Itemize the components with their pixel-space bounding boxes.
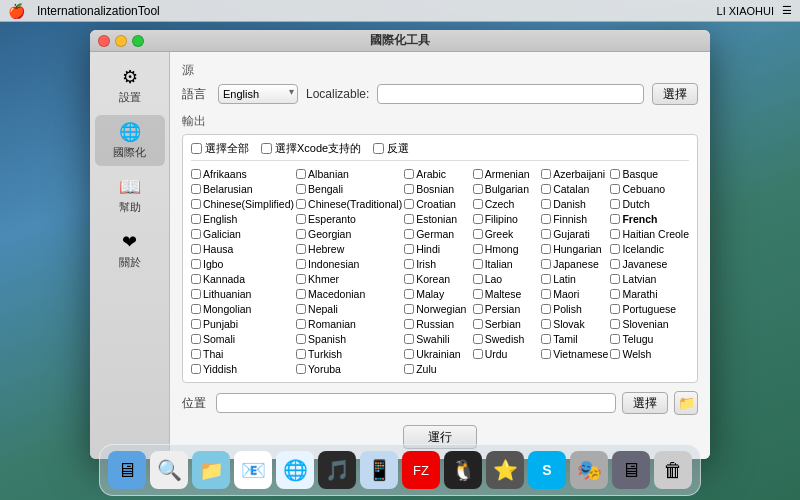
dock-icon-app2[interactable]: 🐧 [444, 451, 482, 489]
lang-item[interactable]: Spanish [296, 332, 402, 346]
dock-icon-mail[interactable]: 📧 [234, 451, 272, 489]
lang-item[interactable]: Russian [404, 317, 470, 331]
lang-checkbox[interactable] [541, 199, 551, 209]
lang-checkbox[interactable] [191, 214, 201, 224]
lang-item[interactable]: Telugu [610, 332, 689, 346]
lang-item[interactable]: Basque [610, 167, 689, 181]
lang-checkbox[interactable] [191, 199, 201, 209]
select-all-checkbox[interactable] [191, 143, 202, 154]
lang-checkbox[interactable] [296, 214, 306, 224]
lang-item[interactable]: Georgian [296, 227, 402, 241]
lang-item[interactable]: Bengali [296, 182, 402, 196]
dock-icon-app4[interactable]: 🎭 [570, 451, 608, 489]
dock-icon-filezilla[interactable]: FZ [402, 451, 440, 489]
lang-item[interactable]: Kannada [191, 272, 294, 286]
lang-checkbox[interactable] [610, 229, 620, 239]
lang-item[interactable]: Zulu [404, 362, 470, 376]
lang-item[interactable]: Latvian [610, 272, 689, 286]
lang-checkbox[interactable] [473, 349, 483, 359]
lang-checkbox[interactable] [473, 214, 483, 224]
lang-item[interactable]: Ukrainian [404, 347, 470, 361]
lang-item[interactable]: Czech [473, 197, 540, 211]
lang-checkbox[interactable] [296, 169, 306, 179]
lang-checkbox[interactable] [191, 364, 201, 374]
xcode-label[interactable]: 選擇Xcode支持的 [261, 141, 361, 156]
lang-checkbox[interactable] [191, 334, 201, 344]
lang-item[interactable]: Serbian [473, 317, 540, 331]
lang-item[interactable]: Latin [541, 272, 608, 286]
lang-checkbox[interactable] [610, 304, 620, 314]
lang-checkbox[interactable] [473, 274, 483, 284]
lang-item[interactable]: Croatian [404, 197, 470, 211]
lang-item[interactable]: Somali [191, 332, 294, 346]
lang-item[interactable]: Yiddish [191, 362, 294, 376]
lang-checkbox[interactable] [541, 334, 551, 344]
lang-checkbox[interactable] [191, 229, 201, 239]
lang-item[interactable]: Icelandic [610, 242, 689, 256]
lang-checkbox[interactable] [404, 184, 414, 194]
lang-checkbox[interactable] [404, 349, 414, 359]
lang-item[interactable]: Persian [473, 302, 540, 316]
position-choose-button[interactable]: 選擇 [622, 392, 668, 414]
lang-checkbox[interactable] [541, 304, 551, 314]
lang-checkbox[interactable] [473, 319, 483, 329]
lang-checkbox[interactable] [191, 244, 201, 254]
lang-checkbox[interactable] [473, 229, 483, 239]
lang-checkbox[interactable] [404, 274, 414, 284]
app-name[interactable]: InternationalizationTool [37, 4, 160, 18]
lang-checkbox[interactable] [610, 274, 620, 284]
lang-checkbox[interactable] [404, 259, 414, 269]
lang-item[interactable]: Hindi [404, 242, 470, 256]
lang-item[interactable]: Slovenian [610, 317, 689, 331]
lang-checkbox[interactable] [404, 229, 414, 239]
lang-item[interactable]: Italian [473, 257, 540, 271]
lang-checkbox[interactable] [541, 229, 551, 239]
lang-item[interactable]: Hebrew [296, 242, 402, 256]
lang-checkbox[interactable] [404, 304, 414, 314]
lang-checkbox[interactable] [404, 199, 414, 209]
lang-item[interactable]: Greek [473, 227, 540, 241]
lang-checkbox[interactable] [473, 184, 483, 194]
lang-checkbox[interactable] [541, 319, 551, 329]
sidebar-item-internationalization[interactable]: 🌐 國際化 [95, 115, 165, 166]
xcode-checkbox[interactable] [261, 143, 272, 154]
localizable-input[interactable] [377, 84, 644, 104]
lang-checkbox[interactable] [404, 214, 414, 224]
lang-item[interactable]: Japanese [541, 257, 608, 271]
lang-item[interactable]: Slovak [541, 317, 608, 331]
lang-item[interactable]: Vietnamese [541, 347, 608, 361]
dock-icon-finder[interactable]: 🖥 [108, 451, 146, 489]
lang-item[interactable]: Lao [473, 272, 540, 286]
lang-item[interactable]: Lithuanian [191, 287, 294, 301]
lang-item[interactable]: Indonesian [296, 257, 402, 271]
lang-item[interactable]: Punjabi [191, 317, 294, 331]
dock-icon-files[interactable]: 📁 [192, 451, 230, 489]
lang-item[interactable]: Estonian [404, 212, 470, 226]
lang-item[interactable]: Irish [404, 257, 470, 271]
sidebar-item-about[interactable]: ❤ 關於 [95, 225, 165, 276]
lang-item[interactable]: Portuguese [610, 302, 689, 316]
lang-item[interactable]: Haitian Creole [610, 227, 689, 241]
lang-checkbox[interactable] [296, 184, 306, 194]
lang-item[interactable]: Dutch [610, 197, 689, 211]
lang-item[interactable]: Polish [541, 302, 608, 316]
lang-checkbox[interactable] [296, 244, 306, 254]
lang-checkbox[interactable] [191, 319, 201, 329]
lang-checkbox[interactable] [610, 319, 620, 329]
lang-checkbox[interactable] [296, 364, 306, 374]
lang-checkbox[interactable] [191, 274, 201, 284]
lang-item[interactable]: Welsh [610, 347, 689, 361]
lang-checkbox[interactable] [191, 169, 201, 179]
lang-item[interactable]: Catalan [541, 182, 608, 196]
apple-logo-icon[interactable]: 🍎 [8, 3, 25, 19]
lang-item[interactable]: Swahili [404, 332, 470, 346]
lang-checkbox[interactable] [191, 289, 201, 299]
lang-checkbox[interactable] [296, 259, 306, 269]
lang-checkbox[interactable] [610, 349, 620, 359]
language-select[interactable]: English [218, 84, 298, 104]
lang-item[interactable]: Igbo [191, 257, 294, 271]
lang-item[interactable]: Maltese [473, 287, 540, 301]
lang-item[interactable]: Romanian [296, 317, 402, 331]
dock-icon-spotlight[interactable]: 🔍 [150, 451, 188, 489]
lang-checkbox[interactable] [191, 184, 201, 194]
